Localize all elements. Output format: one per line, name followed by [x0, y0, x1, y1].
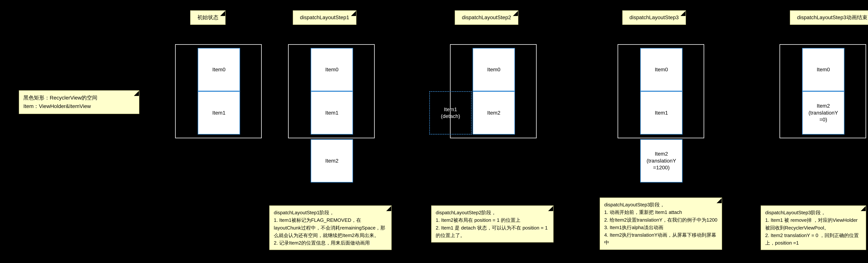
header-4: dispatchLayoutStep3动画结束 [790, 10, 868, 25]
item-c1-2: Item2 [311, 139, 353, 183]
item-c0-0: Item0 [198, 48, 240, 91]
item-c3-1: Item1 [640, 91, 683, 134]
desc-2: dispatchLayoutStep2阶段， 1. Item2被布局在 posi… [431, 205, 554, 242]
header-0: 初始状态 [190, 10, 225, 25]
desc-4: dispatchLayoutStep3阶段， 1. Item1 被 remove… [761, 205, 866, 250]
item-c4-1: Item2 (translationY =0) [802, 91, 844, 134]
item-c3-2: Item2 (translationY =1200) [640, 139, 683, 183]
desc-3: dispatchLayoutStep3阶段， 1. 动画开始前，重新把 Item… [600, 198, 722, 250]
legend-line1: 黑色矩形：RecyclerView的空间 [23, 94, 135, 102]
item-c1-0: Item0 [311, 48, 353, 91]
item-c4-0: Item0 [802, 48, 844, 91]
item-c1-1: Item1 [311, 91, 353, 134]
header-2: dispatchLayoutStep2 [455, 10, 518, 25]
item-c2-0: Item0 [473, 48, 515, 91]
item-c0-1: Item1 [198, 91, 240, 134]
header-1: dispatchLayoutStep1 [293, 10, 356, 25]
item-c3-0: Item0 [640, 48, 683, 91]
item-c2-1-detached: Item1 (detach) [429, 91, 472, 134]
legend-note: 黑色矩形：RecyclerView的空间 Item：ViewHolder&Ite… [19, 90, 140, 114]
legend-line2: Item：ViewHolder&ItemView [23, 102, 135, 110]
desc-1: dispatchLayoutStep1阶段， 1. Item1被标记为FLAG_… [269, 205, 392, 250]
item-c2-2: Item2 [473, 91, 515, 134]
header-3: dispatchLayoutStep3 [622, 10, 686, 25]
